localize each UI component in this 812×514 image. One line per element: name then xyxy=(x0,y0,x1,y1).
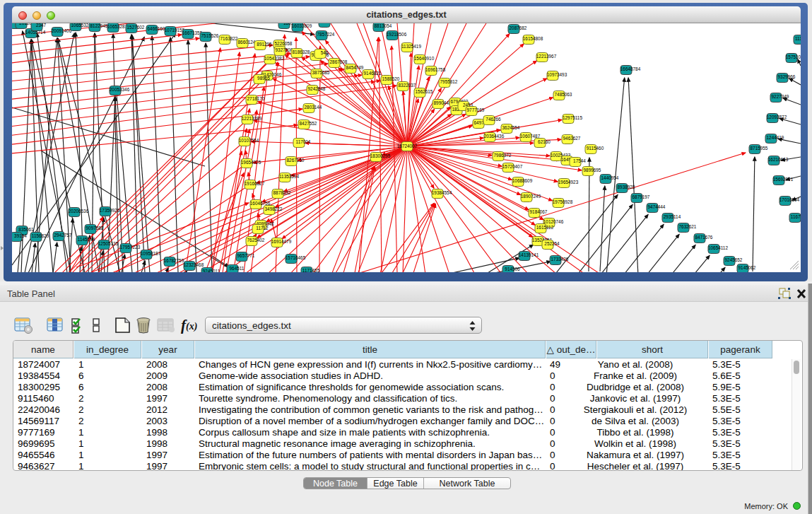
svg-text:7163822: 7163822 xyxy=(220,36,238,41)
svg-text:8813054: 8813054 xyxy=(375,23,392,28)
svg-text:2867608: 2867608 xyxy=(330,59,348,64)
svg-text:2935114: 2935114 xyxy=(664,214,681,219)
svg-text:16648784: 16648784 xyxy=(620,66,641,71)
svg-text:8186328: 8186328 xyxy=(293,49,310,54)
svg-text:17957223: 17957223 xyxy=(120,245,141,250)
svg-text:20206536: 20206536 xyxy=(69,209,89,214)
svg-text:19654923: 19654923 xyxy=(558,180,579,185)
svg-text:8454749: 8454749 xyxy=(346,65,364,70)
svg-text:9463627: 9463627 xyxy=(563,136,581,141)
svg-text:16154808: 16154808 xyxy=(523,36,543,41)
svg-text:9146821: 9146821 xyxy=(364,71,382,76)
svg-text:(x): (x) xyxy=(186,321,197,332)
svg-text:9474444: 9474444 xyxy=(648,204,666,209)
svg-text:16961758: 16961758 xyxy=(425,67,446,72)
svg-text:14139141: 14139141 xyxy=(519,252,539,257)
svg-text:9245011: 9245011 xyxy=(203,269,220,272)
svg-text:3624554: 3624554 xyxy=(502,125,520,130)
svg-text:18907249: 18907249 xyxy=(521,194,541,199)
svg-text:16914479: 16914479 xyxy=(271,239,292,244)
svg-text:88130: 88130 xyxy=(322,23,335,24)
svg-text:10543382: 10543382 xyxy=(264,56,285,61)
svg-text:1145194: 1145194 xyxy=(78,237,95,242)
svg-text:1167533: 1167533 xyxy=(791,214,801,219)
svg-text:12975115: 12975115 xyxy=(563,115,582,120)
svg-text:10107554: 10107554 xyxy=(239,138,259,143)
svg-text:9115460: 9115460 xyxy=(587,146,604,151)
svg-text:6466160: 6466160 xyxy=(148,26,165,31)
svg-text:17016504: 17016504 xyxy=(779,197,800,202)
svg-text:12213967: 12213967 xyxy=(536,54,557,59)
svg-text:16782759: 16782759 xyxy=(164,258,184,263)
svg-text:2347: 2347 xyxy=(36,23,47,28)
svg-text:11353594: 11353594 xyxy=(279,174,299,179)
svg-text:15716465: 15716465 xyxy=(286,255,306,260)
svg-text:5226058: 5226058 xyxy=(275,41,293,46)
svg-text:9777169: 9777169 xyxy=(467,107,485,112)
svg-text:7955812: 7955812 xyxy=(440,79,458,84)
svg-text:10973493: 10973493 xyxy=(547,72,567,77)
svg-text:6879197: 6879197 xyxy=(632,194,650,199)
svg-text:18300295: 18300295 xyxy=(370,153,391,158)
svg-text:891295: 891295 xyxy=(257,42,272,47)
svg-text:8322037: 8322037 xyxy=(399,83,416,88)
svg-text:8122945: 8122945 xyxy=(90,23,108,28)
svg-text:10653287: 10653287 xyxy=(107,24,128,29)
svg-text:835061: 835061 xyxy=(18,227,34,232)
svg-text:252254: 252254 xyxy=(544,241,560,246)
svg-text:3875685: 3875685 xyxy=(312,70,330,75)
svg-text:11712: 11712 xyxy=(256,226,269,230)
svg-text:15720407: 15720407 xyxy=(502,164,523,169)
svg-text:1588520: 1588520 xyxy=(382,76,400,81)
svg-text:3498222: 3498222 xyxy=(265,206,283,211)
svg-text:1156829: 1156829 xyxy=(32,233,49,238)
svg-text:11325419: 11325419 xyxy=(401,44,421,49)
svg-text:10120746: 10120746 xyxy=(543,219,564,224)
svg-text:10607487: 10607487 xyxy=(520,134,541,139)
svg-text:8938928: 8938928 xyxy=(618,185,635,189)
svg-text:1562615: 1562615 xyxy=(416,89,433,94)
svg-text:12323468: 12323468 xyxy=(184,262,204,267)
svg-text:2803144: 2803144 xyxy=(305,105,322,110)
svg-text:1065532: 1065532 xyxy=(71,23,89,28)
svg-text:15640910: 15640910 xyxy=(414,56,435,61)
svg-text:16671355: 16671355 xyxy=(182,30,203,35)
svg-text:1615112: 1615112 xyxy=(536,225,554,230)
svg-text:117004: 117004 xyxy=(296,139,311,144)
svg-text:9327500: 9327500 xyxy=(276,47,293,52)
svg-text:9242848: 9242848 xyxy=(308,86,326,91)
svg-text:19218506: 19218506 xyxy=(387,32,407,37)
svg-text:1527602: 1527602 xyxy=(127,25,145,30)
svg-text:16046756: 16046756 xyxy=(250,201,271,206)
svg-text:8267150: 8267150 xyxy=(287,158,305,163)
svg-text:7485063: 7485063 xyxy=(555,92,572,97)
svg-text:964511: 964511 xyxy=(230,266,245,271)
svg-text:16033809: 16033809 xyxy=(292,23,312,28)
svg-text:2718170: 2718170 xyxy=(247,96,265,101)
svg-text:19654925: 19654925 xyxy=(241,160,261,165)
svg-text:16210643: 16210643 xyxy=(768,157,789,162)
svg-text:546: 546 xyxy=(321,50,329,55)
svg-text:19756928: 19756928 xyxy=(553,199,573,204)
svg-text:7625402: 7625402 xyxy=(247,238,265,243)
svg-text:8990448: 8990448 xyxy=(434,100,452,105)
svg-text:8471676: 8471676 xyxy=(695,235,713,240)
svg-text:20110: 20110 xyxy=(19,23,32,25)
svg-text:7857224: 7857224 xyxy=(317,32,335,37)
svg-text:19384554: 19384554 xyxy=(432,190,452,195)
svg-text:9227349: 9227349 xyxy=(772,94,789,99)
svg-text:9245652: 9245652 xyxy=(725,257,743,262)
svg-text:10688609: 10688609 xyxy=(512,178,533,183)
svg-text:8715955: 8715955 xyxy=(751,146,768,151)
svg-text:17359926: 17359926 xyxy=(100,208,120,213)
svg-text:10654112: 10654112 xyxy=(708,245,728,250)
svg-text:15751074: 15751074 xyxy=(786,54,801,59)
svg-text:12505135: 12505135 xyxy=(98,241,119,246)
svg-text:19166827: 19166827 xyxy=(245,181,265,186)
svg-text:8878332: 8878332 xyxy=(273,190,291,195)
svg-text:12093872: 12093872 xyxy=(767,115,787,119)
svg-text:1733426: 1733426 xyxy=(551,257,569,262)
svg-text:62160: 62160 xyxy=(538,139,551,144)
svg-text:12213389: 12213389 xyxy=(242,116,262,121)
svg-text:20091406: 20091406 xyxy=(52,28,72,33)
